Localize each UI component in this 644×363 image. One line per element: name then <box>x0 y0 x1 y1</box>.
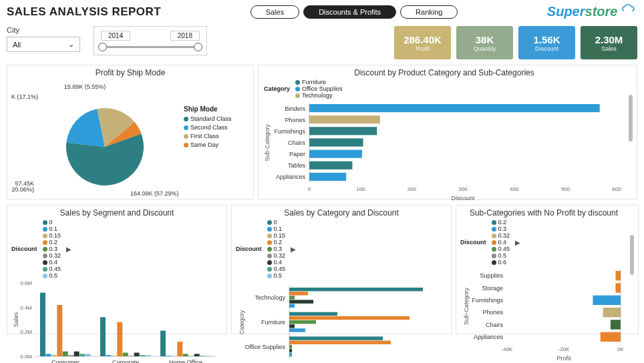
svg-text:500: 500 <box>561 186 571 192</box>
svg-text:Tables: Tables <box>288 162 306 169</box>
cloud-icon <box>621 4 637 13</box>
svg-rect-69 <box>289 300 313 303</box>
svg-rect-58 <box>183 354 188 356</box>
card-sales-by-category: Sales by Category and Discount Discount0… <box>231 205 452 334</box>
svg-text:164.09K (57.29%): 164.09K (57.29%) <box>130 190 178 197</box>
svg-rect-36 <box>51 355 57 356</box>
scrollbar[interactable] <box>630 235 634 275</box>
svg-rect-11 <box>309 138 363 146</box>
card-discount-by-category: Discount by Product Category and Sub-Cat… <box>258 65 637 200</box>
svg-rect-66 <box>289 288 423 291</box>
svg-text:-20K: -20K <box>558 346 571 352</box>
chevron-down-icon: ⌄ <box>68 40 74 49</box>
svg-rect-68 <box>289 296 295 299</box>
tab-sales[interactable]: Sales <box>251 5 300 19</box>
year-from: 2014 <box>101 31 130 41</box>
kpi-sales: 2.30MSales <box>581 26 637 59</box>
card-no-profit: Sub-Categories with No Profit by discoun… <box>456 205 639 334</box>
category-bar-chart[interactable]: TechnologyFurnitureOffice Supplies0.0M0.… <box>236 279 448 363</box>
svg-text:Category: Category <box>238 310 245 334</box>
chart-title: Sales by Segment and Discount <box>11 208 222 218</box>
svg-text:400: 400 <box>510 186 519 192</box>
svg-text:600: 600 <box>612 186 621 192</box>
svg-rect-78 <box>289 336 383 340</box>
svg-rect-13 <box>309 150 362 158</box>
pie-chart[interactable]: 164.09K (57.29%)57.45K(20.06%)48.97K (17… <box>11 79 178 199</box>
svg-rect-73 <box>289 316 410 320</box>
svg-text:200: 200 <box>408 186 417 192</box>
svg-text:Sub-Category: Sub-Category <box>264 124 271 161</box>
svg-text:Discount: Discount <box>451 195 475 202</box>
svg-rect-39 <box>68 355 73 356</box>
svg-text:Storage: Storage <box>482 285 503 292</box>
chevron-right-icon[interactable]: ▶ <box>291 246 296 253</box>
chart-title: Profit by Ship Mode <box>11 68 249 77</box>
svg-text:0.6M: 0.6M <box>20 280 32 286</box>
svg-text:Consumer: Consumer <box>51 359 79 363</box>
svg-text:Sub-Category: Sub-Category <box>463 288 470 325</box>
tab-ranking[interactable]: Ranking <box>400 5 458 19</box>
segment-bar-chart[interactable]: 0.0M0.2M0.4M0.6MConsumerCorporateHome Of… <box>11 279 224 363</box>
svg-text:Technology: Technology <box>255 294 285 301</box>
svg-rect-99 <box>601 332 621 342</box>
svg-text:Phones: Phones <box>482 309 503 316</box>
kpi-discount: 1.56KDiscount <box>518 26 575 59</box>
svg-rect-95 <box>603 308 621 317</box>
svg-rect-38 <box>63 352 68 356</box>
legend-title: Category <box>264 85 290 92</box>
chart-title: Sales by Category and Discount <box>236 208 447 218</box>
svg-text:Paper: Paper <box>289 151 305 157</box>
svg-rect-59 <box>188 356 194 356</box>
svg-text:0.4M: 0.4M <box>20 305 32 311</box>
chart-title: Discount by Product Category and Sub-Cat… <box>263 68 626 77</box>
svg-text:0.0M: 0.0M <box>20 354 32 360</box>
svg-text:Supplies: Supplies <box>480 272 503 279</box>
svg-rect-37 <box>57 305 62 356</box>
chevron-right-icon[interactable]: ▶ <box>66 246 71 253</box>
discount-bar-chart[interactable]: BindersPhonesFurnishingsChairsPaperTable… <box>263 101 623 208</box>
svg-rect-60 <box>194 354 200 356</box>
svg-rect-50 <box>134 353 140 357</box>
svg-text:Corporate: Corporate <box>112 359 139 363</box>
city-dropdown[interactable]: All ⌄ <box>7 37 80 52</box>
slider-knob-left[interactable] <box>98 43 107 51</box>
svg-rect-35 <box>45 354 51 356</box>
tab-bar: Sales Discounts & Profits Ranking <box>251 5 458 19</box>
svg-text:15.89K (5.55%): 15.89K (5.55%) <box>64 83 106 90</box>
svg-rect-7 <box>309 115 380 123</box>
card-sales-by-segment: Sales by Segment and Discount Discount0 … <box>7 205 227 334</box>
svg-rect-93 <box>593 296 621 305</box>
chevron-right-icon[interactable]: ▶ <box>515 239 520 246</box>
svg-text:100: 100 <box>356 186 365 192</box>
pie-legend: Standard ClassSecond ClassFirst ClassSam… <box>184 115 232 148</box>
kpi-row: 286.40KProfit38KQuantity1.56KDiscount2.3… <box>394 26 637 59</box>
brand-logo: Superstore <box>547 4 637 19</box>
year-slider[interactable]: 2014 2018 <box>94 26 207 55</box>
svg-rect-5 <box>309 104 600 112</box>
svg-rect-55 <box>166 356 171 356</box>
svg-text:0K: 0K <box>617 346 624 352</box>
no-profit-bar-chart[interactable]: SuppliesStorageFurnishingsPhonesChairsAp… <box>460 266 627 363</box>
svg-text:Home Office: Home Office <box>169 359 202 363</box>
svg-rect-89 <box>615 271 621 280</box>
svg-rect-75 <box>289 324 295 328</box>
svg-rect-49 <box>128 356 134 356</box>
svg-rect-61 <box>200 356 205 356</box>
legend-title: Ship Mode <box>184 105 232 113</box>
svg-rect-34 <box>40 293 45 356</box>
svg-text:0: 0 <box>308 186 311 192</box>
svg-rect-70 <box>289 304 295 308</box>
slider-knob-right[interactable] <box>194 43 202 51</box>
tab-discounts-profits[interactable]: Discounts & Profits <box>303 5 396 19</box>
svg-text:Office Supplies: Office Supplies <box>245 344 286 350</box>
scrollbar[interactable] <box>629 95 633 141</box>
svg-text:Sales: Sales <box>13 312 19 327</box>
city-value: All <box>13 41 21 49</box>
city-filter-label: City <box>7 26 80 34</box>
svg-rect-81 <box>289 349 292 352</box>
svg-rect-74 <box>289 320 316 324</box>
svg-rect-52 <box>146 355 151 356</box>
svg-rect-40 <box>74 352 79 356</box>
svg-rect-79 <box>289 340 391 344</box>
card-profit-by-ship-mode: Profit by Ship Mode 164.09K (57.29%)57.4… <box>7 65 254 200</box>
